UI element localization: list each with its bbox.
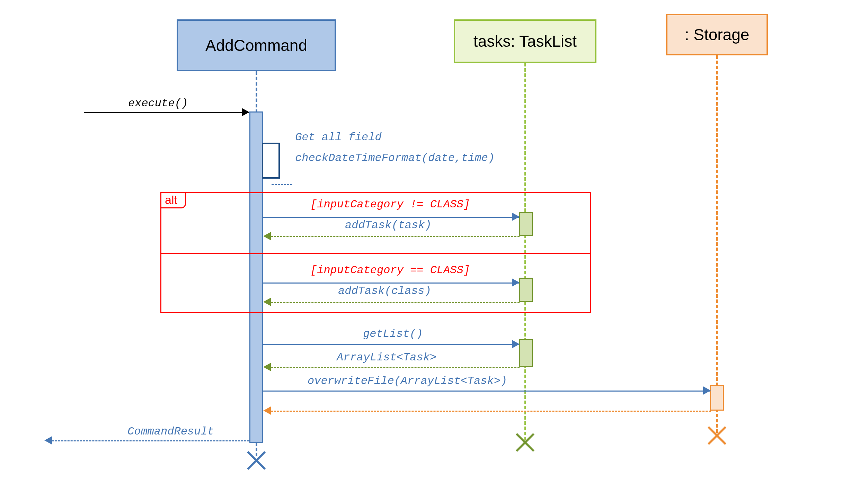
arrowhead-execute	[242, 108, 249, 116]
participant-storage-label: : Storage	[685, 25, 750, 44]
guard-1: [inputCategory != CLASS]	[310, 198, 470, 211]
label-command-result: CommandResult	[127, 425, 214, 438]
arrowhead-return-addtask-task	[263, 232, 271, 240]
destroy-storage	[707, 425, 727, 446]
note-check-date-time: checkDateTimeFormat(date,time)	[295, 152, 495, 164]
return-command-result	[52, 440, 249, 441]
arrowhead-addtask-task	[512, 213, 520, 221]
arrowhead-return-command-result	[44, 436, 52, 445]
note-get-all-field: Get all field	[295, 131, 382, 144]
participant-task-list-label: tasks: TaskList	[473, 32, 577, 51]
self-return-h	[272, 184, 292, 185]
lifeline-storage	[716, 55, 718, 433]
arrowhead-return-addtask-class	[263, 298, 271, 306]
arrowhead-getlist	[512, 340, 520, 348]
label-overwrite: overwriteFile(ArrayList<Task>)	[308, 375, 507, 387]
self-call-box	[262, 143, 280, 179]
alt-label: alt	[160, 192, 186, 208]
arrow-execute	[84, 112, 249, 113]
activation-storage	[710, 385, 724, 411]
participant-storage: : Storage	[666, 14, 768, 55]
return-addtask-class	[271, 302, 520, 303]
arrow-getlist	[263, 344, 519, 345]
alt-divider	[161, 253, 590, 254]
arrowhead-return-arraylist	[263, 363, 271, 371]
return-overwrite	[271, 411, 711, 412]
arrowhead-return-overwrite	[263, 406, 271, 415]
label-getlist: getList()	[363, 328, 423, 340]
lifeline-add-command	[256, 71, 257, 113]
destroy-add-command	[246, 450, 267, 471]
participant-task-list: tasks: TaskList	[454, 19, 596, 63]
arrow-addtask-task	[263, 217, 519, 218]
participant-add-command-label: AddCommand	[205, 36, 307, 55]
label-addtask-class: addTask(class)	[338, 285, 431, 297]
return-arraylist	[271, 367, 520, 368]
arrow-overwrite	[263, 391, 710, 392]
arrow-addtask-class	[263, 283, 519, 284]
arrowhead-addtask-class	[512, 278, 520, 287]
label-execute: execute()	[128, 97, 188, 110]
label-addtask-task: addTask(task)	[345, 219, 432, 232]
arrowhead-overwrite	[703, 386, 711, 395]
destroy-task-list	[515, 432, 535, 453]
participant-add-command: AddCommand	[177, 19, 336, 71]
return-addtask-task	[271, 236, 520, 237]
activation-task-list-3	[519, 339, 533, 367]
guard-2: [inputCategory == CLASS]	[310, 264, 470, 277]
label-arraylist: ArrayList<Task>	[337, 351, 436, 364]
